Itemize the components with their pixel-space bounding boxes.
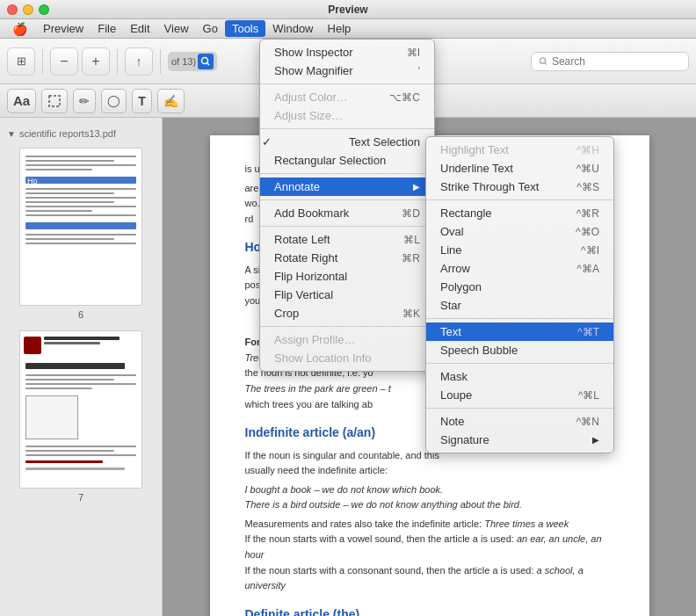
search-icon	[200, 56, 211, 67]
nav-controls: of 13)	[168, 52, 217, 71]
menu-text-selection[interactable]: Text Selection	[260, 133, 434, 151]
menu-help[interactable]: Help	[321, 20, 359, 37]
aa-button[interactable]: Aa	[7, 89, 36, 113]
page7-logo	[20, 331, 141, 356]
submenu-line[interactable]: Line ^⌘I	[426, 241, 613, 259]
shapes-button[interactable]: ◯	[101, 89, 127, 113]
menu-sep-6	[260, 326, 434, 327]
menu-adjust-color: Adjust Color… ⌥⌘C	[260, 88, 434, 106]
submenu-underline-text[interactable]: Underline Text ^⌘U	[426, 159, 613, 178]
toolbar-separator-2	[117, 49, 118, 74]
toolbar-separator-3	[160, 49, 161, 74]
submenu-rectangle[interactable]: Rectangle ^⌘R	[426, 204, 613, 222]
minimize-button[interactable]	[23, 4, 33, 15]
thumbnail-page7[interactable]: 7	[0, 325, 162, 508]
submenu-sep-3	[426, 363, 613, 364]
svg-rect-4	[49, 96, 60, 106]
submenu-sep-2	[426, 318, 613, 319]
apple-menu[interactable]: 🍎	[4, 20, 36, 38]
menu-add-bookmark[interactable]: Add Bookmark ⌘D	[260, 204, 434, 222]
menu-annotate[interactable]: Annotate ▶	[260, 178, 434, 196]
svg-point-0	[202, 57, 208, 63]
menu-sep-5	[260, 226, 434, 227]
sidebar: ▼ scientific reports13.pdf Ho	[0, 118, 163, 616]
svg-point-2	[540, 57, 545, 62]
pen-button[interactable]: ✏	[73, 89, 96, 113]
window-title: Preview	[328, 4, 367, 16]
menu-window[interactable]: Window	[265, 20, 320, 37]
submenu-sep-1	[426, 199, 613, 200]
submenu-speech-bubble[interactable]: Speech Bubble	[426, 341, 613, 359]
submenu-mask[interactable]: Mask	[426, 367, 613, 386]
page6-heading: Ho	[25, 177, 136, 184]
sign-button[interactable]: ✍	[157, 89, 185, 113]
submenu-highlight-text: Highlight Text ^⌘H	[426, 141, 613, 159]
menu-preview[interactable]: Preview	[36, 20, 91, 37]
menu-flip-horizontal[interactable]: Flip Horizontal	[260, 267, 434, 286]
zoom-out-button[interactable]: −	[50, 47, 78, 76]
tools-menu-dropdown[interactable]: Show Inspector ⌘I Show Magnifier ' Adjus…	[259, 39, 435, 372]
submenu-arrow[interactable]: Arrow ^⌘A	[426, 259, 613, 278]
share-button[interactable]: ↑	[125, 47, 153, 76]
submenu-polygon[interactable]: Polygon	[426, 278, 613, 296]
menu-rotate-left[interactable]: Rotate Left ⌘L	[260, 230, 434, 249]
title-bar: Preview	[0, 0, 696, 19]
collapse-triangle[interactable]: ▼	[7, 129, 16, 139]
zoom-in-button[interactable]: +	[82, 47, 110, 76]
menu-crop[interactable]: Crop ⌘K	[260, 304, 434, 322]
page7-diagram	[25, 395, 78, 439]
menu-sep-4	[260, 199, 434, 200]
menu-show-magnifier[interactable]: Show Magnifier '	[260, 62, 434, 80]
submenu-strike-through[interactable]: Strike Through Text ^⌘S	[426, 178, 613, 196]
svg-line-3	[545, 62, 547, 64]
menu-sep-1	[260, 83, 434, 84]
thumbnail-page6[interactable]: Ho 6	[0, 142, 162, 325]
submenu-note[interactable]: Note ^⌘N	[426, 412, 613, 431]
svg-line-1	[207, 62, 210, 65]
page6-number: 6	[78, 309, 83, 320]
page6-image: Ho	[19, 148, 142, 306]
toolbar-separator-1	[42, 49, 43, 74]
menu-sep-3	[260, 173, 434, 174]
submenu-sep-4	[426, 408, 613, 409]
page7-image	[19, 330, 142, 489]
submenu-star[interactable]: Star	[426, 296, 613, 315]
menu-file[interactable]: File	[91, 20, 123, 37]
page6-heading2	[25, 222, 136, 229]
submenu-oval[interactable]: Oval ^⌘O	[426, 222, 613, 241]
menu-rotate-right[interactable]: Rotate Right ⌘R	[260, 249, 434, 267]
menu-edit[interactable]: Edit	[123, 20, 156, 37]
menu-show-inspector[interactable]: Show Inspector ⌘I	[260, 43, 434, 62]
sidebar-header: ▼ scientific reports13.pdf	[0, 125, 162, 142]
submenu-text[interactable]: Text ^⌘T	[426, 322, 613, 341]
sidebar-toggle-button[interactable]: ⊞	[7, 47, 35, 76]
menu-flip-vertical[interactable]: Flip Vertical	[260, 286, 434, 304]
menu-bar: 🍎 Preview File Edit View Go Tools Window…	[0, 19, 696, 39]
submenu-loupe[interactable]: Loupe ^⌘L	[426, 386, 613, 404]
menu-show-location: Show Location Info	[260, 349, 434, 367]
menu-adjust-size: Adjust Size…	[260, 106, 434, 125]
search-box[interactable]	[531, 52, 689, 71]
page-info-left: of 13)	[171, 56, 196, 67]
page7-number: 7	[78, 492, 83, 503]
search-icon-2	[539, 56, 548, 67]
menu-view[interactable]: View	[157, 20, 196, 37]
select-rect-button[interactable]	[41, 89, 68, 113]
select-rect-icon	[47, 94, 62, 108]
menu-sep-2	[260, 128, 434, 129]
maximize-button[interactable]	[39, 4, 49, 15]
close-button[interactable]	[7, 4, 18, 15]
submenu-signature[interactable]: Signature ▶	[426, 431, 613, 449]
traffic-lights	[7, 4, 49, 15]
pdf-heading-3: Definite article (the)	[245, 605, 614, 616]
menu-rectangular-selection[interactable]: Rectangular Selection	[260, 151, 434, 170]
annotate-submenu[interactable]: Highlight Text ^⌘H Underline Text ^⌘U St…	[425, 136, 614, 453]
text-button[interactable]: T	[132, 89, 152, 113]
search-button[interactable]	[198, 54, 214, 69]
sidebar-filename: scientific reports13.pdf	[19, 128, 116, 139]
menu-go[interactable]: Go	[196, 20, 225, 37]
menu-assign-profile: Assign Profile…	[260, 330, 434, 349]
search-input[interactable]	[552, 55, 681, 68]
menu-tools[interactable]: Tools	[225, 20, 265, 37]
